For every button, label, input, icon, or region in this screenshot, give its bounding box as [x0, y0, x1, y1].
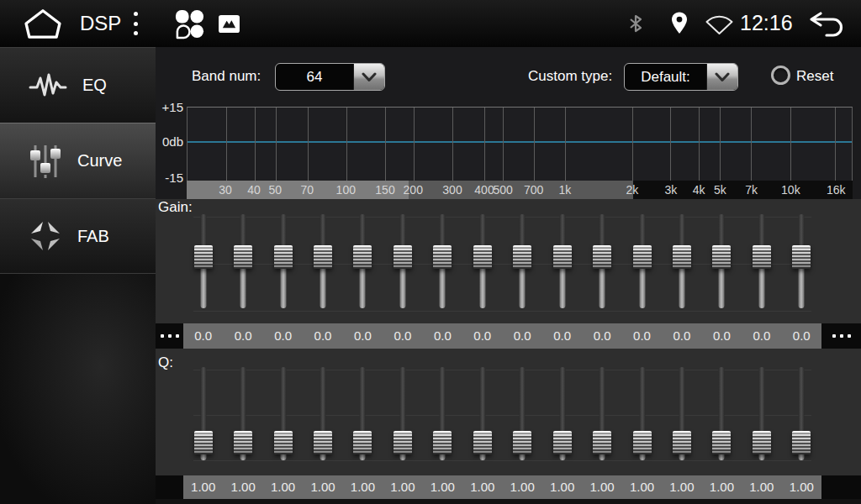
- gain-slider-thumb[interactable]: [234, 245, 252, 269]
- q-slider[interactable]: [662, 361, 701, 470]
- q-slider[interactable]: [462, 361, 502, 470]
- q-slider[interactable]: [542, 361, 582, 470]
- sidebar-item-fab[interactable]: FAB: [0, 198, 156, 273]
- q-slider[interactable]: [263, 361, 303, 470]
- gain-slider[interactable]: [782, 210, 821, 319]
- q-slider-thumb[interactable]: [513, 431, 531, 454]
- q-slider-thumb[interactable]: [633, 431, 652, 454]
- sidebar-item-label: FAB: [77, 227, 109, 246]
- sidebar-item-eq[interactable]: EQ: [0, 47, 156, 123]
- gain-slider[interactable]: [263, 210, 303, 319]
- slider-track-upper: [360, 214, 366, 249]
- wifi-icon: [705, 13, 734, 35]
- slider-track-lower: [399, 265, 405, 308]
- gain-more-right[interactable]: [821, 323, 861, 349]
- gain-slider-thumb[interactable]: [314, 245, 332, 269]
- q-slider-thumb[interactable]: [353, 431, 372, 454]
- q-more-left[interactable]: [156, 475, 183, 499]
- q-slider-thumb[interactable]: [234, 431, 252, 454]
- q-slider-thumb[interactable]: [553, 431, 572, 454]
- freq-tick-label: 5k: [714, 181, 726, 199]
- gain-slider[interactable]: [303, 210, 342, 319]
- gain-slider-thumb[interactable]: [712, 245, 731, 269]
- q-slider[interactable]: [303, 361, 342, 470]
- gain-slider-thumb[interactable]: [553, 245, 572, 269]
- chevron-down-icon[interactable]: [706, 64, 737, 90]
- gain-slider[interactable]: [582, 210, 621, 319]
- q-slider[interactable]: [582, 361, 621, 470]
- q-slider[interactable]: [223, 361, 262, 470]
- q-slider-thumb[interactable]: [473, 431, 492, 454]
- gain-slider[interactable]: [542, 210, 582, 319]
- band-num-dropdown[interactable]: 64: [275, 63, 385, 91]
- q-slider-thumb[interactable]: [673, 431, 691, 454]
- q-more-right[interactable]: [821, 475, 861, 499]
- chevron-down-icon[interactable]: [353, 64, 384, 90]
- gain-slider[interactable]: [622, 210, 662, 319]
- gain-slider-thumb[interactable]: [433, 245, 452, 269]
- q-slider[interactable]: [622, 361, 662, 470]
- q-slider-thumb[interactable]: [433, 431, 452, 454]
- gain-slider[interactable]: [462, 210, 502, 319]
- gain-slider-thumb[interactable]: [353, 245, 372, 269]
- gain-slider[interactable]: [702, 210, 742, 319]
- q-slider-thumb[interactable]: [712, 431, 731, 454]
- gain-slider[interactable]: [343, 210, 383, 319]
- gain-slider-thumb[interactable]: [473, 245, 492, 269]
- slider-track-upper: [440, 214, 446, 249]
- gain-slider-thumb[interactable]: [394, 245, 412, 269]
- gain-slider-thumb[interactable]: [513, 245, 531, 269]
- gain-slider-thumb[interactable]: [274, 245, 293, 269]
- gain-value: 0.0: [303, 323, 342, 349]
- gain-slider[interactable]: [183, 210, 223, 319]
- apps-icon[interactable]: [174, 8, 205, 39]
- gain-slider[interactable]: [742, 210, 781, 319]
- gain-slider[interactable]: [662, 210, 701, 319]
- q-slider[interactable]: [702, 361, 742, 470]
- eq-plot[interactable]: [187, 107, 853, 181]
- eq-curve-line: [188, 141, 852, 143]
- q-slider[interactable]: [503, 361, 542, 470]
- grid-line: [346, 108, 347, 181]
- gain-more-left[interactable]: [156, 323, 183, 349]
- slider-track-upper: [520, 367, 526, 434]
- grid-line: [484, 108, 485, 181]
- menu-icon[interactable]: [134, 12, 139, 35]
- gain-slider-thumb[interactable]: [673, 245, 691, 269]
- q-slider[interactable]: [742, 361, 781, 470]
- q-slider[interactable]: [343, 361, 383, 470]
- q-slider-thumb[interactable]: [792, 431, 811, 454]
- gain-slider-thumb[interactable]: [194, 245, 213, 269]
- q-slider[interactable]: [183, 361, 223, 470]
- q-slider[interactable]: [383, 361, 422, 470]
- slider-track-upper: [799, 214, 805, 249]
- q-slider-thumb[interactable]: [593, 431, 611, 454]
- q-slider-thumb[interactable]: [394, 431, 412, 454]
- q-slider-thumb[interactable]: [274, 431, 293, 454]
- q-slider-row: [183, 361, 821, 470]
- gain-slider-thumb[interactable]: [792, 245, 811, 269]
- sidebar-item-curve[interactable]: Curve: [0, 123, 156, 198]
- gain-slider[interactable]: [423, 210, 462, 319]
- reset-radio[interactable]: [771, 66, 790, 85]
- q-slider[interactable]: [782, 361, 821, 470]
- back-icon[interactable]: [807, 10, 846, 38]
- band-num-label: Band num:: [192, 68, 261, 85]
- gain-value: 0.0: [183, 323, 223, 349]
- freq-tick-label: 3k: [664, 181, 677, 199]
- gain-slider-thumb[interactable]: [593, 245, 611, 269]
- grid-line: [790, 108, 791, 181]
- custom-type-dropdown[interactable]: Default:: [624, 63, 738, 91]
- gain-slider-thumb[interactable]: [753, 245, 771, 269]
- gain-slider[interactable]: [503, 210, 542, 319]
- gain-slider[interactable]: [383, 210, 422, 319]
- home-icon[interactable]: [24, 8, 62, 39]
- gain-slider-thumb[interactable]: [633, 245, 652, 269]
- freq-tick-label: 100: [336, 181, 356, 199]
- q-slider[interactable]: [423, 361, 462, 470]
- q-slider-thumb[interactable]: [314, 431, 332, 454]
- gain-slider[interactable]: [223, 210, 262, 319]
- gallery-icon[interactable]: [219, 14, 240, 34]
- q-slider-thumb[interactable]: [194, 431, 213, 454]
- q-slider-thumb[interactable]: [753, 431, 771, 454]
